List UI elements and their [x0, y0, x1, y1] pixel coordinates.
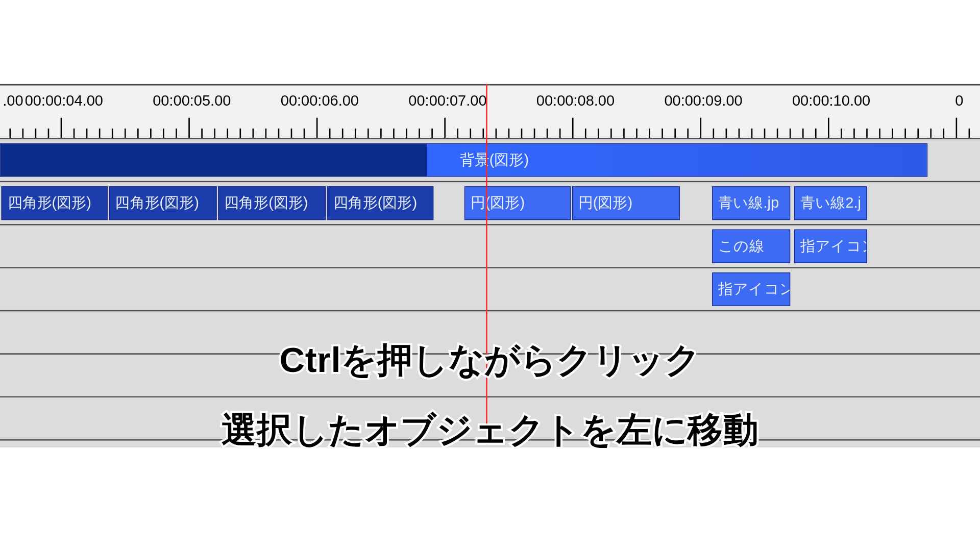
- timeline-tracks: 背景(図形)四角形(図形)四角形(図形)四角形(図形)四角形(図形)円(図形)円…: [0, 138, 980, 447]
- timeline-clip[interactable]: 指アイコン: [712, 272, 790, 306]
- ruler-tick-minor: [585, 129, 586, 138]
- timeline-track-tail: [0, 441, 980, 447]
- timeline-track[interactable]: 背景(図形): [0, 139, 980, 182]
- ruler-tick-minor: [35, 129, 37, 138]
- ruler-tick-minor: [253, 129, 254, 138]
- ruler-tick-major: [316, 118, 318, 138]
- ruler-tick-minor: [22, 129, 24, 138]
- ruler-tick-minor: [342, 129, 344, 138]
- timeline-clip[interactable]: 指アイコン: [794, 230, 867, 263]
- ruler-tick-minor: [201, 129, 203, 138]
- ruler-tick-minor: [393, 129, 395, 138]
- ruler-tick-minor: [713, 129, 715, 138]
- ruler-tick-minor: [74, 129, 75, 138]
- timeline-track[interactable]: 指アイコン: [0, 268, 980, 311]
- ruler-tick-minor: [943, 129, 944, 138]
- ruler-tick-minor: [853, 129, 855, 138]
- ruler-tick-minor: [239, 129, 241, 138]
- ruler-tick-minor: [431, 129, 433, 138]
- ruler-tick-minor: [355, 129, 356, 138]
- ruler-tick-minor: [150, 129, 152, 138]
- ruler-tick-major: [828, 118, 829, 138]
- ruler-tick-minor: [508, 129, 510, 138]
- ruler-tick-minor: [547, 129, 548, 138]
- ruler-tick-minor: [674, 129, 676, 138]
- ruler-tick-minor: [9, 129, 11, 138]
- ruler-tick-minor: [368, 129, 369, 138]
- ruler-tick-minor: [214, 129, 215, 138]
- timeline-clip[interactable]: 四角形(図形): [218, 186, 326, 220]
- timeline-clip[interactable]: 円(図形): [464, 186, 571, 220]
- ruler-tick-minor: [137, 129, 139, 138]
- ruler-tick-minor: [278, 129, 280, 138]
- timeline-track[interactable]: [0, 355, 980, 397]
- ruler-label: 00:00:07.00: [408, 92, 486, 110]
- ruler-tick-minor: [125, 129, 126, 138]
- ruler-tick-minor: [969, 129, 970, 138]
- ruler-label: 0: [955, 92, 963, 110]
- ruler-tick-minor: [764, 129, 766, 138]
- ruler-tick-minor: [917, 129, 919, 138]
- ruler-tick-minor: [623, 129, 625, 138]
- ruler-tick-minor: [610, 129, 612, 138]
- ruler-tick-minor: [304, 129, 305, 138]
- ruler-tick-minor: [176, 129, 177, 138]
- ruler-tick-minor: [802, 129, 804, 138]
- ruler-tick-minor: [930, 129, 932, 138]
- ruler-tick-minor: [406, 129, 407, 138]
- timeline-clip[interactable]: 青い線.jp: [712, 186, 790, 220]
- playhead[interactable]: [486, 84, 487, 445]
- ruler-tick-minor: [483, 129, 484, 138]
- ruler-tick-major: [61, 118, 62, 138]
- ruler-tick-minor: [227, 129, 228, 138]
- ruler-tick-minor: [790, 129, 791, 138]
- timeline-clip[interactable]: 四角形(図形): [109, 186, 217, 220]
- ruler-tick-minor: [904, 129, 906, 138]
- ruler-tick-minor: [687, 129, 689, 138]
- timeline-clip[interactable]: 青い線2.j: [794, 186, 867, 220]
- timeline-track[interactable]: 四角形(図形)四角形(図形)四角形(図形)四角形(図形)円(図形)円(図形)青い…: [0, 182, 980, 225]
- ruler-label: .00: [3, 92, 23, 110]
- timeline-clip[interactable]: 円(図形): [572, 186, 680, 220]
- ruler-tick-minor: [841, 129, 842, 138]
- ruler-tick-minor: [457, 129, 458, 138]
- ruler-tick-minor: [470, 129, 471, 138]
- ruler-label: 00:00:09.00: [664, 92, 742, 110]
- ruler-tick-minor: [419, 129, 420, 138]
- ruler-tick-minor: [534, 129, 535, 138]
- ruler-tick-major: [700, 118, 701, 138]
- timeline-track[interactable]: [0, 312, 980, 355]
- ruler-tick-major: [188, 118, 190, 138]
- top-whitespace: [0, 0, 980, 84]
- timeline-ruler[interactable]: .0000:00:04.0000:00:05.0000:00:06.0000:0…: [0, 84, 980, 138]
- ruler-tick-minor: [777, 129, 778, 138]
- timeline-clip[interactable]: 四角形(図形): [327, 186, 433, 220]
- ruler-tick-minor: [815, 129, 817, 138]
- timeline-clip[interactable]: 背景(図形): [0, 143, 927, 177]
- ruler-label: 00:00:08.00: [536, 92, 615, 110]
- ruler-tick-major: [956, 118, 958, 138]
- timeline-track[interactable]: [0, 397, 980, 440]
- ruler-tick-minor: [879, 129, 880, 138]
- ruler-tick-minor: [112, 129, 113, 138]
- ruler-tick-minor: [521, 129, 523, 138]
- ruler-tick-minor: [726, 129, 727, 138]
- bottom-whitespace: [0, 477, 980, 551]
- timeline-clip[interactable]: この線: [712, 230, 790, 263]
- ruler-tick-minor: [739, 129, 740, 138]
- ruler-tick-minor: [291, 129, 292, 138]
- timeline-editor: .0000:00:04.0000:00:05.0000:00:06.0000:0…: [0, 0, 980, 551]
- ruler-label: 00:00:06.00: [281, 92, 359, 110]
- ruler-tick-minor: [496, 129, 497, 138]
- ruler-tick-minor: [48, 129, 50, 138]
- ruler-tick-major: [444, 118, 446, 138]
- timeline-track[interactable]: この線指アイコン: [0, 226, 980, 268]
- ruler-tick-minor: [86, 129, 88, 138]
- ruler-tick-minor: [662, 129, 663, 138]
- ruler-tick-minor: [329, 129, 331, 138]
- ruler-tick-minor: [99, 129, 101, 138]
- timeline-clip[interactable]: 四角形(図形): [2, 186, 108, 220]
- ruler-tick-minor: [636, 129, 638, 138]
- ruler-label: 00:00:10.00: [792, 92, 870, 110]
- ruler-tick-minor: [649, 129, 650, 138]
